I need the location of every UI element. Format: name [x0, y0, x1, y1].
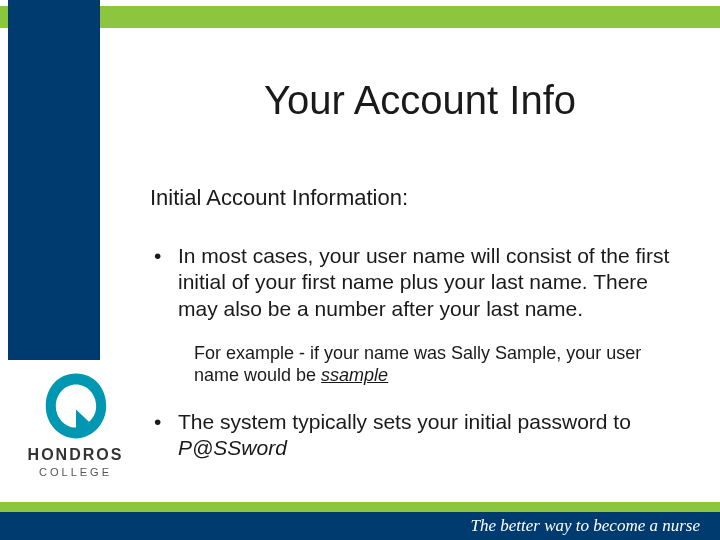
bullet-list: The system typically sets your initial p…	[150, 409, 690, 462]
bullet-item: In most cases, your user name will consi…	[150, 243, 690, 322]
content-area: Initial Account Information: In most cas…	[150, 185, 690, 479]
example-emphasis: ssample	[321, 365, 388, 385]
logo-name: HONDROS	[8, 446, 143, 464]
left-accent-bar	[8, 0, 100, 360]
top-accent-bar	[0, 6, 720, 28]
subheading: Initial Account Information:	[150, 185, 690, 211]
footer-tagline: The better way to become a nurse	[471, 516, 700, 536]
bullet-list: In most cases, your user name will consi…	[150, 243, 690, 322]
slide: Your Account Info Initial Account Inform…	[0, 0, 720, 540]
example-text: For example - if your name was Sally Sam…	[150, 342, 690, 387]
footer: The better way to become a nurse	[0, 502, 720, 540]
bullet-text: In most cases, your user name will consi…	[178, 244, 669, 320]
brand-logo: HONDROS COLLEGE	[8, 370, 143, 478]
bullet-item: The system typically sets your initial p…	[150, 409, 690, 462]
bullet-text: The system typically sets your initial p…	[178, 410, 631, 433]
bullet-italic: P@SSword	[178, 436, 287, 459]
example-prefix: For example - if your name was Sally Sam…	[194, 343, 641, 386]
footer-accent-bar	[0, 502, 720, 512]
slide-title: Your Account Info	[160, 78, 680, 123]
footer-bar: The better way to become a nurse	[0, 512, 720, 540]
svg-rect-0	[71, 390, 80, 399]
logo-mark-icon	[40, 370, 112, 442]
logo-subtext: COLLEGE	[8, 466, 143, 478]
